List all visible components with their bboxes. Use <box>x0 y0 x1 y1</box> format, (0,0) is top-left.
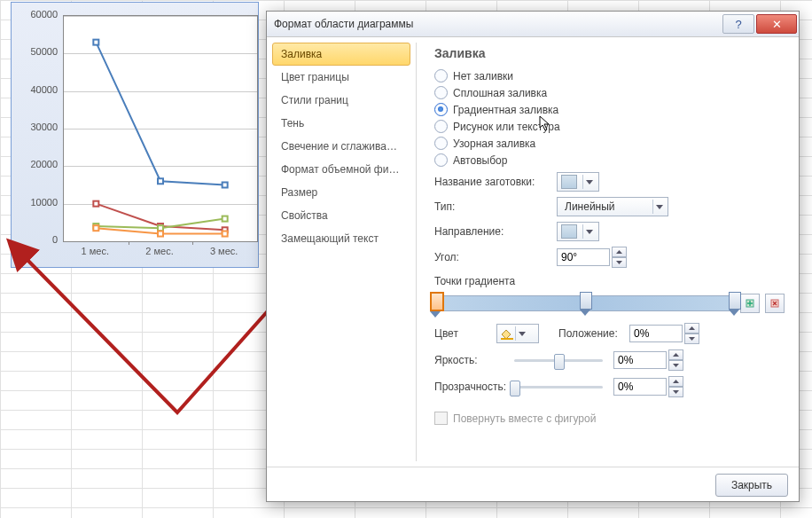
fill-radio-row[interactable]: Узорная заливка <box>434 137 785 150</box>
transparency-up[interactable] <box>668 376 683 387</box>
mouse-cursor <box>539 115 551 131</box>
position-spinner[interactable] <box>629 323 699 344</box>
position-down[interactable] <box>684 334 699 344</box>
sidenav-item[interactable]: Свечение и сглаживание <box>272 135 410 158</box>
remove-stop-button[interactable] <box>765 294 785 313</box>
color-dropdown[interactable] <box>496 324 539 343</box>
sidenav-item[interactable]: Формат объемной фигуры <box>272 158 410 181</box>
fill-radio-row[interactable]: Автовыбор <box>434 153 785 167</box>
radio[interactable] <box>434 103 448 116</box>
svg-rect-7 <box>158 225 163 231</box>
transparency-label: Прозрачность: <box>434 381 514 393</box>
fill-panel: Заливка Нет заливкиСплошная заливкаГради… <box>417 37 799 467</box>
radio-label: Автовыбор <box>453 154 507 167</box>
svg-rect-8 <box>223 216 228 222</box>
close-button[interactable]: Закрыть <box>715 474 788 497</box>
direction-label: Направление: <box>434 225 557 238</box>
gradient-stop[interactable] <box>580 292 590 315</box>
radio-label: Сплошная заливка <box>453 87 547 99</box>
radio[interactable] <box>434 120 448 133</box>
gradient-stop[interactable] <box>729 292 739 315</box>
type-dropdown[interactable]: Линейный <box>557 197 668 216</box>
dialog-title: Формат области диаграммы <box>274 18 721 30</box>
position-label: Положение: <box>558 327 629 340</box>
y-tick-label: 50000 <box>13 46 58 57</box>
chart-plot-area <box>63 15 258 242</box>
angle-spinner[interactable] <box>557 247 627 268</box>
transparency-down[interactable] <box>668 387 683 397</box>
color-label: Цвет <box>434 327 496 340</box>
sidenav-item[interactable]: Стили границ <box>272 89 410 112</box>
preset-label: Название заготовки: <box>434 176 557 188</box>
svg-rect-10 <box>158 232 163 237</box>
angle-input[interactable] <box>557 248 610 266</box>
y-tick-label: 30000 <box>13 122 58 132</box>
brightness-input[interactable] <box>613 351 667 369</box>
gradient-stops-label: Точки градиента <box>434 275 785 287</box>
transparency-input[interactable] <box>613 378 667 396</box>
y-tick-label: 0 <box>13 234 58 245</box>
type-label: Тип: <box>434 200 557 213</box>
angle-label: Угол: <box>434 251 557 263</box>
x-tick-label: 3 мес. <box>198 246 251 256</box>
preset-swatch <box>561 175 577 189</box>
gradient-bar[interactable] <box>434 289 785 318</box>
angle-down[interactable] <box>612 257 627 268</box>
rotate-with-shape-checkbox <box>434 412 448 425</box>
x-tick-label: 2 мес. <box>133 246 186 256</box>
svg-rect-2 <box>223 183 228 188</box>
radio-label: Узорная заливка <box>453 137 535 150</box>
brightness-spinner[interactable] <box>613 349 683 371</box>
brightness-up[interactable] <box>668 349 683 360</box>
radio[interactable] <box>434 153 448 167</box>
rotate-with-shape-label: Повернуть вместе с фигурой <box>453 412 596 425</box>
transparency-spinner[interactable] <box>613 376 683 397</box>
fill-radio-row[interactable]: Нет заливки <box>434 69 785 82</box>
svg-rect-9 <box>93 225 98 231</box>
add-stop-button[interactable] <box>740 294 760 313</box>
sidenav-item[interactable]: Замещающий текст <box>272 227 410 250</box>
dialog-titlebar[interactable]: Формат области диаграммы ? ✕ <box>267 12 799 37</box>
rotate-with-shape-row: Повернуть вместе с фигурой <box>434 412 785 425</box>
sidenav-item[interactable]: Заливка <box>272 43 410 66</box>
sidenav-item[interactable]: Размер <box>272 181 410 204</box>
type-value: Линейный <box>559 200 621 213</box>
embedded-chart[interactable]: 0100002000030000400005000060000 1 мес.2 … <box>11 2 259 268</box>
direction-dropdown[interactable] <box>557 222 599 241</box>
brightness-slider[interactable] <box>514 351 603 369</box>
fill-radio-row[interactable]: Рисунок или текстура <box>434 120 785 133</box>
angle-up[interactable] <box>612 247 627 257</box>
format-chart-area-dialog: Формат области диаграммы ? ✕ ЗаливкаЦвет… <box>266 11 800 502</box>
direction-swatch <box>561 224 577 239</box>
y-tick-label: 60000 <box>13 9 58 20</box>
fill-radio-row[interactable]: Сплошная заливка <box>434 86 785 99</box>
gradient-track[interactable] <box>434 295 735 311</box>
panel-heading: Заливка <box>434 46 785 60</box>
svg-rect-0 <box>93 40 98 45</box>
category-list: ЗаливкаЦвет границыСтили границТеньСвече… <box>267 37 416 467</box>
gradient-stop[interactable] <box>430 292 441 315</box>
y-tick-label: 10000 <box>13 197 58 208</box>
transparency-slider[interactable] <box>514 378 603 396</box>
radio[interactable] <box>434 137 448 150</box>
svg-rect-1 <box>158 178 163 184</box>
fill-bucket-icon <box>499 327 515 340</box>
radio[interactable] <box>434 69 448 82</box>
fill-radio-row[interactable]: Градиентная заливка <box>434 103 785 116</box>
x-tick-label: 1 мес. <box>68 246 121 256</box>
brightness-down[interactable] <box>668 360 683 371</box>
svg-rect-14 <box>501 338 513 340</box>
help-button[interactable]: ? <box>722 14 754 34</box>
sidenav-item[interactable]: Тень <box>272 112 410 135</box>
svg-rect-3 <box>93 201 98 207</box>
position-up[interactable] <box>684 323 699 334</box>
sidenav-item[interactable]: Цвет границы <box>272 66 410 89</box>
sidenav-item[interactable]: Свойства <box>272 204 410 227</box>
position-input[interactable] <box>629 325 683 342</box>
preset-dropdown[interactable] <box>557 172 599 192</box>
close-window-button[interactable]: ✕ <box>756 14 797 34</box>
svg-rect-11 <box>223 232 228 237</box>
y-tick-label: 20000 <box>13 159 58 169</box>
radio[interactable] <box>434 86 448 99</box>
radio-label: Нет заливки <box>453 70 513 82</box>
